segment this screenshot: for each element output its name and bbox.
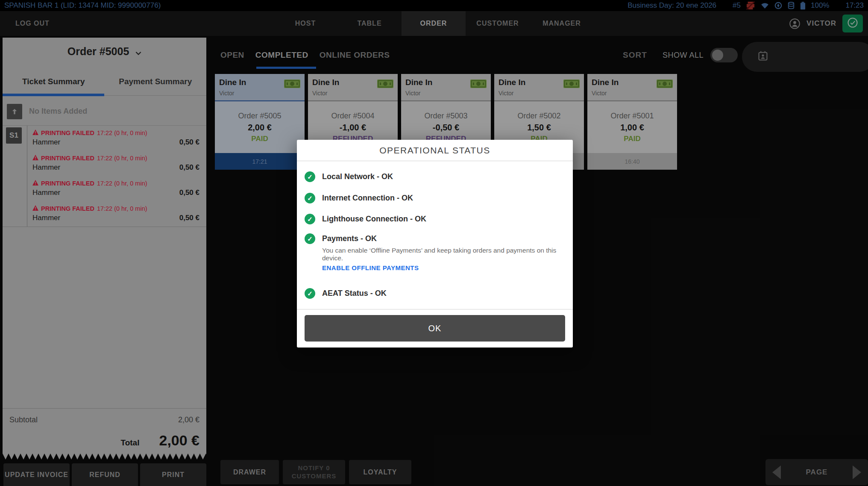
modal-divider — [297, 309, 573, 309]
status-row-payments: ✓ Payments - OK — [305, 233, 377, 244]
check-circle-icon: ✓ — [305, 171, 315, 182]
status-row-local-network: ✓ Local Network - OK — [305, 171, 393, 182]
status-label: Lighthouse Connection - OK — [322, 215, 426, 224]
status-row-aeat: ✓ AEAT Status - OK — [305, 288, 387, 299]
status-row-lighthouse: ✓ Lighthouse Connection - OK — [305, 214, 426, 224]
check-circle-icon: ✓ — [305, 214, 315, 224]
status-row-internet: ✓ Internet Connection - OK — [305, 193, 413, 203]
status-label: AEAT Status - OK — [322, 289, 387, 298]
status-label: Local Network - OK — [322, 172, 393, 181]
check-circle-icon: ✓ — [305, 288, 315, 299]
pos-screen: SPANISH BAR 1 (LID: 13474 MID: 999000077… — [0, 0, 868, 486]
operational-status-modal: OPERATIONAL STATUS ✓ Local Network - OK … — [297, 140, 573, 348]
modal-ok-button[interactable]: OK — [305, 315, 565, 342]
status-label: Internet Connection - OK — [322, 194, 413, 203]
enable-offline-payments-link[interactable]: ENABLE OFFLINE PAYMENTS — [322, 264, 419, 271]
payments-subtext: You can enable ‘Offline Payments’ and ke… — [322, 247, 561, 262]
status-label: Payments - OK — [322, 234, 377, 243]
check-circle-icon: ✓ — [305, 233, 315, 244]
check-circle-icon: ✓ — [305, 193, 315, 203]
modal-title: OPERATIONAL STATUS — [297, 140, 573, 161]
